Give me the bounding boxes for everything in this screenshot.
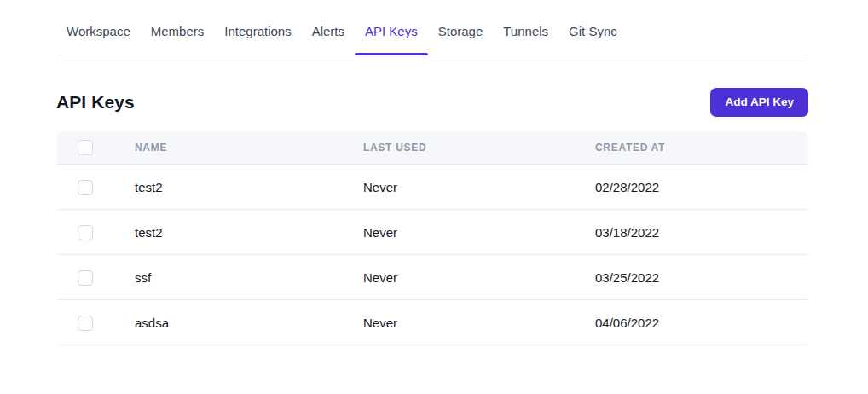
created-at-cell: 04/06/2022: [595, 300, 808, 345]
row-checkbox-cell: [56, 255, 135, 300]
row-checkbox-cell: [56, 210, 135, 255]
last-used-cell: Never: [363, 165, 595, 210]
add-api-key-button[interactable]: Add API Key: [710, 88, 808, 117]
created-at-cell: 03/18/2022: [595, 210, 808, 255]
key-name-cell: test2: [135, 165, 363, 210]
select-all-checkbox[interactable]: [78, 140, 93, 155]
created-at-cell: 02/28/2022: [595, 165, 808, 210]
tab-label: Members: [151, 24, 205, 38]
page-title: API Keys: [56, 92, 135, 113]
table-row: test2 Never 03/18/2022: [56, 210, 808, 255]
tab-api-keys[interactable]: API Keys: [355, 17, 428, 55]
last-used-cell: Never: [363, 210, 595, 255]
table-row: ssf Never 03/25/2022: [56, 255, 808, 300]
tab-members[interactable]: Members: [141, 17, 215, 55]
row-checkbox-cell: [56, 300, 135, 345]
tab-alerts[interactable]: Alerts: [302, 17, 355, 55]
last-used-cell: Never: [363, 300, 595, 345]
tab-git-sync[interactable]: Git Sync: [558, 17, 628, 55]
api-keys-table: NAME LAST USED CREATED AT test2 Never 02…: [56, 131, 808, 346]
table-header-row: NAME LAST USED CREATED AT: [56, 131, 808, 165]
tab-tunnels[interactable]: Tunnels: [493, 17, 558, 55]
row-checkbox[interactable]: [78, 316, 93, 331]
tab-bar: Workspace Members Integrations Alerts AP…: [56, 17, 808, 55]
table-row: asdsa Never 04/06/2022: [56, 300, 808, 345]
settings-page: Workspace Members Integrations Alerts AP…: [56, 0, 808, 345]
column-header-created-at: CREATED AT: [595, 131, 808, 165]
key-name-cell: ssf: [135, 255, 363, 300]
tab-label: Git Sync: [569, 24, 617, 38]
select-all-cell: [56, 131, 135, 165]
api-keys-table-body: test2 Never 02/28/2022 test2 Never 03/18…: [56, 165, 808, 345]
column-header-name: NAME: [135, 131, 363, 165]
tab-label: Alerts: [312, 24, 344, 38]
tab-integrations[interactable]: Integrations: [214, 17, 301, 55]
created-at-cell: 03/25/2022: [595, 255, 808, 300]
page-header: API Keys Add API Key: [56, 88, 808, 117]
tab-label: API Keys: [365, 24, 418, 38]
column-header-last-used: LAST USED: [363, 131, 595, 165]
tab-workspace[interactable]: Workspace: [56, 17, 141, 55]
tab-label: Tunnels: [503, 24, 548, 38]
tab-label: Workspace: [67, 24, 130, 38]
table-row: test2 Never 02/28/2022: [56, 165, 808, 210]
tab-label: Integrations: [224, 24, 291, 38]
tab-label: Storage: [438, 24, 483, 38]
key-name-cell: asdsa: [135, 300, 363, 345]
last-used-cell: Never: [363, 255, 595, 300]
row-checkbox[interactable]: [78, 225, 93, 240]
key-name-cell: test2: [135, 210, 363, 255]
row-checkbox[interactable]: [78, 270, 93, 286]
row-checkbox[interactable]: [78, 180, 93, 195]
row-checkbox-cell: [56, 165, 135, 210]
tab-storage[interactable]: Storage: [428, 17, 494, 55]
